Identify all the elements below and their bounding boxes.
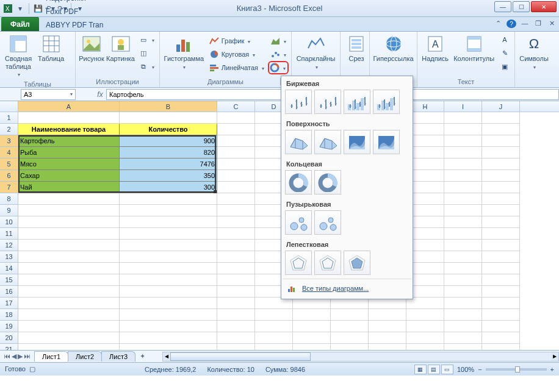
signature-button[interactable]: ✎ [497,46,512,60]
zoom-out-icon[interactable]: − [478,366,481,373]
view-layout-icon[interactable]: ▤ [428,365,440,374]
view-normal-icon[interactable]: ▦ [414,365,427,374]
cell-G18[interactable] [369,309,406,321]
cell-D21[interactable] [255,344,293,350]
zoom-in-icon[interactable]: + [550,366,554,373]
column-chart-button[interactable]: Гистограмма [162,33,206,71]
doc-close-icon[interactable]: ✕ [547,20,557,28]
cell-I12[interactable] [444,240,482,251]
cell-A3[interactable]: Картофель [18,135,120,147]
cell-B12[interactable] [120,240,217,251]
cell-I13[interactable] [444,251,482,263]
cell-I18[interactable] [444,309,482,321]
horizontal-scrollbar[interactable]: ◀ ▶ [162,352,559,362]
cell-I11[interactable] [444,228,482,240]
cell-A5[interactable]: Мясо [18,159,120,170]
row-header-1[interactable]: 1 [0,112,18,124]
fx-icon[interactable]: fx [94,90,106,99]
cell-B15[interactable] [120,274,217,286]
cell-C18[interactable] [217,309,255,321]
cell-J14[interactable] [482,263,520,274]
clipart-button[interactable]: Картинка [106,33,135,64]
cell-J1[interactable] [482,112,520,124]
chart-type-Биржевая-3[interactable] [344,90,370,114]
cell-A15[interactable] [18,274,120,286]
cell-H19[interactable] [406,321,444,332]
cell-I8[interactable] [444,193,482,205]
cell-F21[interactable] [331,344,369,350]
cell-I19[interactable] [444,321,482,332]
cell-G19[interactable] [369,321,406,332]
cell-B10[interactable] [120,216,217,228]
cell-C17[interactable] [217,298,255,309]
bar-chart-button[interactable]: Линейчатая [207,61,267,74]
col-header-B[interactable]: B [120,101,217,112]
cell-J2[interactable] [482,124,520,135]
chart-type-Лепестковая-3[interactable] [344,251,370,275]
cell-B3[interactable]: 900 [120,135,217,147]
tab-abbyy pdf tran[interactable]: ABBYY PDF Tran [39,18,110,31]
cell-I21[interactable] [444,344,482,350]
doc-minimize-icon[interactable]: — [520,20,530,28]
cell-B19[interactable] [120,321,217,332]
chart-type-Лепестковая-1[interactable] [285,251,312,275]
col-header-A[interactable]: A [18,101,120,112]
cell-C9[interactable] [217,205,255,216]
cell-A21[interactable] [18,344,120,350]
scroll-thumb[interactable] [170,352,311,361]
cell-C3[interactable] [217,135,255,147]
row-header-16[interactable]: 16 [0,286,18,298]
cell-I3[interactable] [444,135,482,147]
cell-A2[interactable]: Наименование товара [18,124,120,135]
cell-C14[interactable] [217,263,255,274]
smartart-button[interactable]: ◫ [136,46,157,60]
chart-type-Биржевая-4[interactable] [373,90,400,114]
qat-dropdown-icon[interactable]: ▾ [15,3,26,14]
symbols-button[interactable]: ΩСимволы [518,33,550,71]
zoom-slider[interactable] [486,368,547,371]
sheet-last-icon[interactable]: ⏭ [24,352,31,360]
cell-H18[interactable] [406,309,444,321]
cell-C21[interactable] [217,344,255,350]
line-chart-button[interactable]: График [207,34,267,48]
cell-B7[interactable]: 300 [120,182,217,193]
cell-D20[interactable] [255,332,293,344]
name-box[interactable]: A3▾ [21,89,76,100]
all-chart-types-button[interactable]: Все типы диаграмм... [283,279,411,298]
chart-type-Лепестковая-2[interactable] [314,251,341,275]
row-header-3[interactable]: 3 [0,135,18,147]
table-button[interactable]: Таблица [35,33,67,64]
cell-J21[interactable] [482,344,520,350]
new-sheet-icon[interactable]: ✦ [135,352,150,360]
cell-B1[interactable] [120,112,217,124]
cell-B16[interactable] [120,286,217,298]
cell-I10[interactable] [444,216,482,228]
cell-G20[interactable] [369,332,406,344]
cell-C4[interactable] [217,147,255,159]
cell-A16[interactable] [18,286,120,298]
slicer-button[interactable]: Срез [343,33,370,64]
chart-type-Поверхность-2[interactable] [314,130,341,154]
object-button[interactable]: ▣ [497,60,512,73]
cell-A1[interactable] [18,112,120,124]
hyperlink-button[interactable]: Гиперссылка [372,33,414,64]
cell-C5[interactable] [217,159,255,170]
cell-A12[interactable] [18,240,120,251]
cell-C19[interactable] [217,321,255,332]
cell-B8[interactable] [120,193,217,205]
picture-button[interactable]: Рисунок [78,33,105,64]
cell-I5[interactable] [444,159,482,170]
cell-A18[interactable] [18,309,120,321]
cell-J6[interactable] [482,170,520,182]
cell-J12[interactable] [482,240,520,251]
row-header-4[interactable]: 4 [0,147,18,159]
cell-B20[interactable] [120,332,217,344]
cell-I4[interactable] [444,147,482,159]
cell-C1[interactable] [217,112,255,124]
row-header-21[interactable]: 21 [0,344,18,350]
cell-I16[interactable] [444,286,482,298]
cell-J8[interactable] [482,193,520,205]
worksheet-grid[interactable]: ABCDEFGHIJ 12345678910111213141516171819… [0,101,559,350]
cell-J16[interactable] [482,286,520,298]
close-button[interactable]: ✕ [531,1,557,12]
